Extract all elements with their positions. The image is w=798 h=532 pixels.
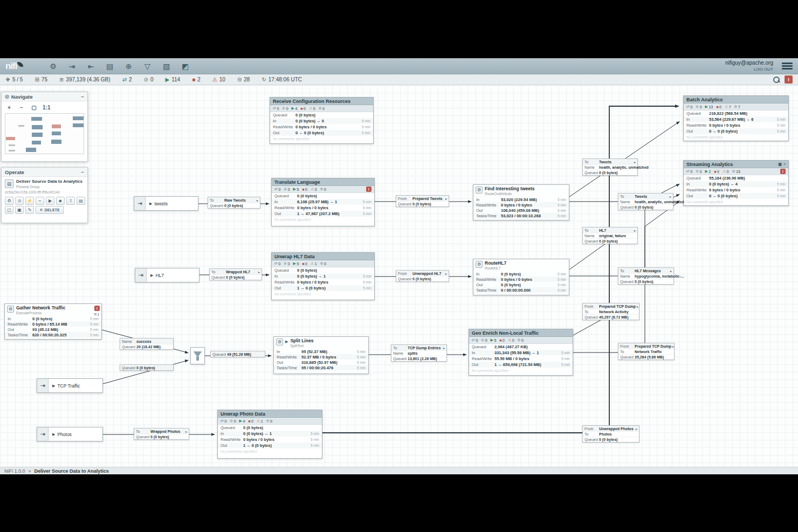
process-group-geo-enrich-non-local-traffic[interactable]: Geo Enrich Non-Local Traffic ⇄0 ⊘0 ▶5 ■0… (469, 329, 573, 376)
operate-create-template-button[interactable]: ▤ (77, 197, 85, 205)
toolbar-output-port-button[interactable]: ⇤ (84, 60, 98, 73)
input-port-tweets[interactable]: ⇥ ▶ tweets (134, 196, 198, 211)
operate-upload-template-button[interactable]: ⇪ (66, 197, 75, 205)
breadcrumb-current[interactable]: Deliver Source Data to Analytics (35, 468, 109, 474)
input-port-tcp-traffic[interactable]: ⇥ ▶ TCP Traffic (37, 378, 103, 393)
connection-label-network-activity[interactable]: FromPrepared TCP Dump▸ ToNetwork Activit… (582, 303, 639, 320)
process-group-stats: ⇄0 ⊘0 ▶5 ■0 ⚠0 ⊝0 (469, 337, 573, 344)
collapse-navigate-button[interactable]: − (81, 94, 84, 100)
expand-connection-icon[interactable]: ▸ (669, 269, 672, 273)
bulletin-icon[interactable]: ! (94, 306, 100, 311)
connection-label-wrapped-photos[interactable]: ToWrapped Photos▸ Queued0 (0 bytes) (134, 428, 189, 440)
copy-icon: ▢ (7, 208, 11, 212)
expand-connection-icon[interactable]: ▸ (669, 195, 671, 198)
active-threads-status: ⊞75 (35, 77, 47, 82)
expand-connection-icon[interactable]: ▸ (184, 430, 187, 433)
processor-gather-network-traffic[interactable]: ⚙ Gather Network Traffic ExecuteProcess … (4, 303, 102, 340)
operate-delete-button[interactable]: ✕DELETE (36, 206, 64, 214)
bulletin-icon[interactable]: ! (366, 186, 372, 192)
process-group-stats: ⇄0 ⊘0 ▶5 ■0 ⚠0 ⊝0 ! (272, 186, 374, 193)
expand-connection-icon[interactable]: ▸ (635, 427, 637, 431)
birdseye-map[interactable] (5, 113, 84, 154)
search-button[interactable] (773, 76, 780, 84)
process-group-name: Geo Enrich Non-Local Traffic (469, 329, 573, 337)
transmitting-icon: ⇄ (686, 169, 690, 174)
nifi-logo: nifi (5, 61, 39, 72)
threads-icon: ⊞ (35, 77, 39, 82)
not-transmitting-icon: ⊘ (282, 106, 285, 110)
toolbar-remote-process-group-button[interactable]: ⊕ (122, 60, 135, 73)
run-status-icon: ▶ (149, 202, 152, 206)
process-group-stats: ⇄0 ⊘0 ▶2 ■0 ⚠0 ⊝15 ! (684, 168, 788, 175)
process-group-unwrap-photo-data[interactable]: Unwrap Photo Data ⇄0 ⊘0 ▶4 ■0 ⚠1 ⊝0 Queu… (217, 410, 322, 459)
connection-label-unwrapped-photos[interactable]: FromUnwrapped Photos▸ ToPhotos Queued0 (… (582, 425, 639, 443)
zoom-in-button[interactable]: + (5, 103, 13, 111)
toolbar-funnel-button[interactable]: ▽ (141, 60, 154, 73)
toolbar-input-port-button[interactable]: ⇥ (65, 60, 79, 73)
processor-find-interesting-tweets[interactable]: ⚙ Find Interesting tweets RouteOnAttribu… (473, 184, 569, 220)
operate-settings-button[interactable]: ⚙ (5, 197, 13, 205)
expand-connection-icon[interactable]: ▸ (256, 198, 258, 202)
invalid-icon: ⚠ (723, 169, 726, 174)
connection-label-hl7-messages[interactable]: ToHL7 Messages▸ Namehypoglycemia, metabo… (618, 267, 674, 285)
input-port-photos[interactable]: ⇥ ▶ Photos (37, 427, 103, 441)
toolbar-template-button[interactable]: ▧ (160, 60, 173, 73)
operate-start-button[interactable]: ▶ (46, 197, 54, 205)
connection-label-tcp-to-funnel[interactable]: Queued0 (0 bytes) (120, 364, 174, 371)
connection-label-hl7-to-batch[interactable]: ToHL7▸ Nameoriginal, failure Queued0 (0 … (582, 227, 638, 244)
connection-label-success[interactable]: Namesuccess Queued20 (16.42 MB) (120, 338, 174, 350)
toolbar-label-button[interactable]: ◩ (178, 60, 192, 73)
connection-label-prepared-tweets[interactable]: FromPrepared Tweets▸ Queued0 (0 bytes) (396, 195, 449, 207)
input-port-hl7[interactable]: ⇥ ▶ HL7 (135, 268, 200, 282)
processor-routehl7[interactable]: ⚙ RouteHL7 RouteHL7 In0 (0 bytes)5 min R… (473, 259, 569, 295)
connection-label-unwrapped-hl7[interactable]: FromUnwrapped HL7▸ Queued0 (0 bytes) (396, 270, 449, 282)
operate-copy-button[interactable]: ▢ (5, 206, 13, 214)
process-group-comments: No comments specified (218, 448, 322, 457)
expand-connection-icon[interactable]: ▸ (633, 229, 636, 232)
running-icon: ▶ (292, 106, 294, 110)
connection-label-raw-tweets[interactable]: ToRaw Tweets▸ Queued0 (0 bytes) (208, 197, 260, 209)
toolbar-process-group-button[interactable]: ▤ (103, 60, 116, 73)
operate-search-button[interactable]: ⊙ (15, 197, 24, 205)
logout-link[interactable]: LOG OUT (725, 67, 773, 72)
connection-label-network-traffic[interactable]: FromPrepared TCP Dump▸ ToNetwork Traffic… (618, 343, 675, 360)
process-group-receive-configuration-resources[interactable]: Receive Configuration Resources ⇄0 ⊘0 ▶4… (270, 97, 374, 144)
connection-label-tweets-to-streaming[interactable]: ToTweets▸ Namehealth, analytic, unmatche… (618, 193, 673, 210)
breadcrumb-root[interactable]: NiFi 1.0.0 (4, 468, 25, 474)
expand-connection-icon[interactable]: ▸ (444, 197, 447, 201)
connection-label-tcp-dump-entries[interactable]: ToTCP Dump Entries▸ Namesplits Queued13,… (391, 344, 447, 362)
expand-connection-icon[interactable]: ▸ (671, 344, 674, 348)
process-group-streaming-analytics[interactable]: Streaming Analytics ▦≡ ⇄0 ⊘0 ▶2 ■0 ⚠0 ⊝1… (683, 160, 789, 206)
expand-connection-icon[interactable]: ▸ (257, 270, 260, 274)
bulletin-icon[interactable]: ! (780, 169, 786, 174)
process-group-translate-language[interactable]: Translate Language ⇄0 ⊘0 ▶5 ■0 ⚠0 ⊝0 ! Q… (271, 178, 375, 226)
zoom-fit-button[interactable]: ▢ (30, 103, 38, 111)
collapse-operate-button[interactable]: − (81, 169, 84, 175)
paste-icon: ▣ (17, 208, 22, 212)
process-group-batch-analytics[interactable]: Batch Analytics ⇄0 ⊘0 ▶13 ■0 ⚠7 ⊝7 Queue… (683, 95, 789, 141)
expand-connection-icon[interactable]: ▸ (636, 305, 638, 308)
operate-paste-button[interactable]: ▣ (15, 206, 24, 214)
toolbar-processor-button[interactable]: ⚙ (46, 60, 60, 73)
processor-split-lines[interactable]: ⚙ ▶ Split Lines SplitText In95 (52.37 MB… (273, 336, 369, 374)
transmitting-icon: ⇄ (122, 77, 127, 82)
process-group-unwrap-hl7-data[interactable]: Unwrap HL7 Data ⇄0 ⊘0 ▶5 ■0 ⚠1 ⊝0 Queued… (271, 252, 375, 300)
zoom-actual-button[interactable]: 1:1 (43, 103, 50, 111)
operate-stop-button[interactable]: ■ (56, 197, 65, 205)
connection-label-funnel-to-split[interactable]: Queued49 (51.26 MB) (210, 351, 265, 357)
connection-label-tweets-to-batch[interactable]: ToTweets▸ Namehealth, analytic, unmatche… (582, 158, 638, 176)
global-menu-button[interactable] (782, 63, 793, 70)
breadcrumb-separator: » (29, 468, 31, 474)
operate-enable-button[interactable]: ⚡ (25, 197, 34, 205)
expand-connection-icon[interactable]: ▸ (442, 346, 445, 350)
expand-connection-icon[interactable]: ▸ (633, 160, 636, 164)
zoom-out-button[interactable]: − (18, 103, 25, 111)
birdseye-node (26, 148, 36, 152)
operate-fill-color-button[interactable]: ✎ (25, 206, 34, 214)
funnel[interactable] (190, 347, 205, 364)
expand-connection-icon[interactable]: ▸ (444, 272, 447, 275)
connection-label-wrapped-hl7[interactable]: ToWrapped HL7▸ Queued0 (0 bytes) (209, 268, 262, 280)
bulletin-indicator[interactable]: ! (785, 75, 793, 84)
transmitting-status: ⇄2 (122, 77, 132, 82)
operate-disable-button[interactable]: ⌁ (36, 197, 44, 205)
